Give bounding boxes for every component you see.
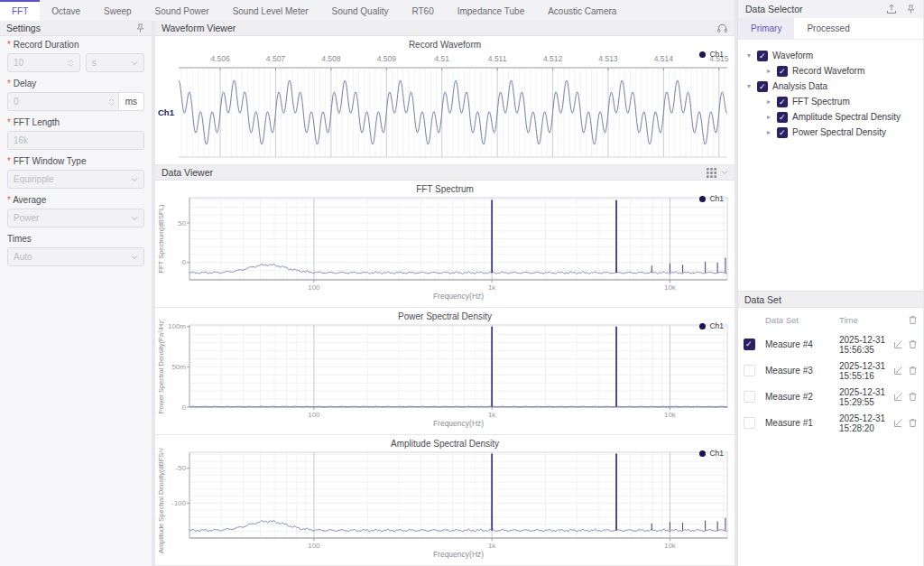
- tree-item-waveform[interactable]: Waveform: [745, 48, 916, 63]
- legend: Ch1: [699, 50, 724, 59]
- tab-sweep[interactable]: Sweep: [92, 0, 143, 21]
- tree-item-fft-spectrum[interactable]: FFT Spectrum: [745, 94, 916, 109]
- table-row[interactable]: Measure #4 2025-12-31 15:56:35: [744, 331, 918, 357]
- delay-unit: ms: [118, 93, 143, 110]
- edit-icon[interactable]: [893, 366, 903, 376]
- times-value: Auto: [14, 252, 131, 262]
- svg-text:100: 100: [308, 411, 320, 419]
- amplitude-spectral-density-plot[interactable]: -50-1001001k10kFrequency(Hz)Amplitude Sp…: [155, 447, 735, 563]
- column-data-set: Data Set: [765, 315, 839, 325]
- times-label: Times: [7, 234, 144, 244]
- headphones-icon[interactable]: [716, 23, 728, 33]
- svg-text:4.514: 4.514: [654, 54, 674, 63]
- measure-time: 2025-12-31 15:56:35: [839, 335, 887, 355]
- delay-label: Delay: [7, 79, 144, 88]
- export-icon[interactable]: [886, 4, 897, 14]
- fft-length-value[interactable]: [14, 135, 138, 145]
- legend-label: Ch1: [709, 321, 724, 330]
- checkbox-checked[interactable]: [777, 127, 788, 138]
- checkbox-unchecked[interactable]: [744, 365, 755, 376]
- tab-sound-quality[interactable]: Sound Quality: [320, 0, 401, 21]
- record-duration-unit-select[interactable]: s: [86, 53, 144, 72]
- chevron-down-icon[interactable]: [721, 170, 728, 175]
- caret-right-icon[interactable]: [765, 67, 772, 75]
- measure-name: Measure #3: [765, 366, 839, 376]
- svg-text:Frequency(Hz): Frequency(Hz): [433, 550, 484, 559]
- tree-item-label: Amplitude Spectral Density: [792, 112, 901, 122]
- tab-primary[interactable]: Primary: [738, 18, 794, 39]
- checkbox-checked[interactable]: [757, 51, 768, 61]
- fft-spectrum-plot[interactable]: 0501001k10kFrequency(Hz)FFT Spectrum(dBS…: [155, 192, 735, 305]
- tree-item-amplitude-spectral-density[interactable]: Amplitude Spectral Density: [745, 109, 916, 125]
- stepper-icon: [108, 97, 115, 107]
- tree-item-analysis-data[interactable]: Analysis Data: [745, 79, 916, 94]
- delete-icon[interactable]: [908, 366, 918, 376]
- tab-octave[interactable]: Octave: [40, 0, 92, 21]
- fft-length-input[interactable]: [7, 131, 144, 150]
- edit-icon[interactable]: [893, 392, 903, 402]
- delete-icon[interactable]: [908, 392, 918, 402]
- chevron-down-icon: [131, 177, 138, 182]
- delay-input[interactable]: ms: [7, 92, 144, 111]
- grid-layout-icon[interactable]: [707, 168, 716, 178]
- tab-impedance-tube[interactable]: Impedance Tube: [446, 0, 537, 21]
- checkbox-checked[interactable]: [777, 97, 788, 107]
- tab-processed[interactable]: Processed: [794, 18, 862, 39]
- chevron-down-icon: [131, 216, 138, 221]
- caret-right-icon[interactable]: [765, 97, 772, 106]
- fft-window-type-select[interactable]: Equiripple: [7, 170, 144, 189]
- delay-value[interactable]: [14, 97, 108, 107]
- tab-sound-power[interactable]: Sound Power: [143, 0, 221, 21]
- checkbox-unchecked[interactable]: [744, 391, 755, 403]
- delete-icon[interactable]: [908, 418, 918, 428]
- caret-down-icon[interactable]: [745, 51, 753, 60]
- table-row[interactable]: Measure #2 2025-12-31 15:29:55: [744, 384, 918, 410]
- chevron-down-icon: [131, 60, 138, 66]
- caret-right-icon[interactable]: [765, 128, 772, 136]
- delete-all-icon[interactable]: [908, 315, 918, 325]
- legend-dot: [699, 196, 706, 202]
- record-duration-input[interactable]: [7, 53, 80, 72]
- svg-text:4.513: 4.513: [598, 54, 618, 63]
- edit-icon[interactable]: [893, 339, 903, 349]
- field-delay: Delay ms: [7, 79, 144, 111]
- tab-rt60[interactable]: RT60: [400, 0, 445, 21]
- times-select[interactable]: Auto: [7, 247, 144, 266]
- checkbox-checked[interactable]: [777, 66, 788, 77]
- record-waveform-plot[interactable]: 4.5064.5074.5084.5094.514.5114.5124.5134…: [155, 48, 735, 162]
- svg-text:50m: 50m: [171, 363, 186, 371]
- caret-right-icon[interactable]: [765, 113, 772, 121]
- stepper-icon: [68, 59, 74, 68]
- caret-down-icon[interactable]: [745, 82, 753, 90]
- checkbox-unchecked[interactable]: [744, 417, 755, 429]
- fft-window-type-label: FFT Window Type: [7, 156, 144, 166]
- tab-sound-level-meter[interactable]: Sound Level Meter: [221, 0, 320, 21]
- fft-length-label: FFT Length: [7, 117, 144, 127]
- table-row[interactable]: Measure #1 2025-12-31 15:28:20: [744, 410, 918, 436]
- average-select[interactable]: Power: [7, 209, 144, 227]
- svg-text:0: 0: [182, 404, 187, 412]
- power-spectral-density-title: Power Spectral Density: [155, 308, 735, 320]
- measure-time: 2025-12-31 15:28:20: [839, 413, 887, 433]
- tab-fft[interactable]: FFT: [0, 0, 40, 21]
- tab-acoustic-camera[interactable]: Acoustic Camera: [536, 0, 628, 21]
- tree-item-record-waveform[interactable]: Record Waveform: [745, 63, 916, 79]
- record-duration-label: Record Duration: [7, 40, 144, 50]
- module-tab-bar: FFT Octave Sweep Sound Power Sound Level…: [0, 0, 735, 21]
- table-row[interactable]: Measure #3 2025-12-31 15:55:16: [744, 357, 918, 384]
- pin-icon[interactable]: [135, 23, 145, 33]
- legend-label: Ch1: [709, 50, 724, 59]
- checkbox-checked[interactable]: [744, 339, 755, 350]
- svg-text:100m: 100m: [168, 322, 186, 330]
- power-spectral-density-plot[interactable]: 050m100m1001k10kFrequency(Hz)Power Spect…: [155, 320, 735, 432]
- edit-icon[interactable]: [893, 418, 903, 428]
- svg-text:-50: -50: [175, 464, 186, 472]
- data-selector-tabs: Primary Processed: [738, 18, 923, 40]
- tree-item-power-spectral-density[interactable]: Power Spectral Density: [745, 125, 916, 140]
- pin-icon[interactable]: [906, 5, 916, 14]
- checkbox-checked[interactable]: [777, 112, 788, 123]
- svg-text:1k: 1k: [488, 411, 496, 419]
- delete-icon[interactable]: [908, 339, 918, 349]
- record-duration-value[interactable]: [14, 58, 68, 68]
- checkbox-checked[interactable]: [757, 81, 768, 92]
